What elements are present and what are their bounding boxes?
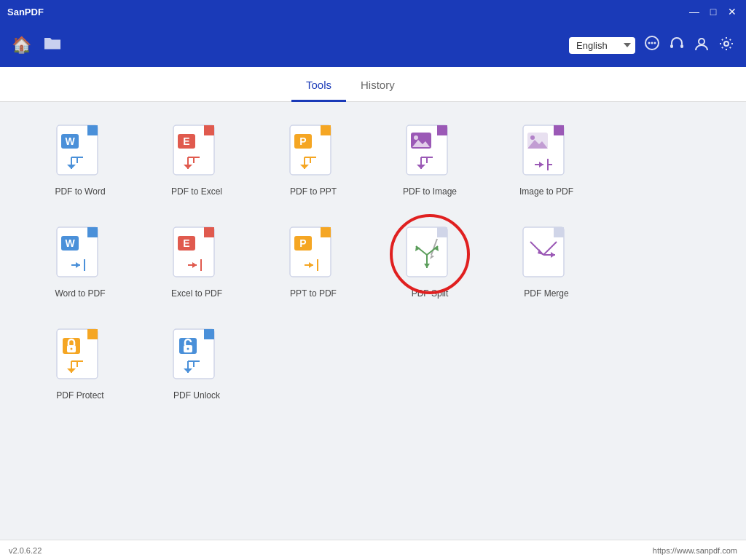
website-label: https://www.sanpdf.com — [653, 546, 737, 555]
svg-rect-93 — [554, 227, 564, 237]
tool-pdf-to-word[interactable]: W PDF to Word — [44, 124, 117, 197]
svg-rect-74 — [321, 227, 331, 237]
svg-point-114 — [187, 348, 189, 350]
svg-text:E: E — [183, 237, 189, 249]
svg-rect-48 — [554, 125, 564, 135]
tool-pdf-unlock[interactable]: PDF Unlock — [160, 328, 233, 401]
tool-pdf-to-ppt[interactable]: P PDF to PPT — [277, 124, 350, 197]
svg-point-1 — [648, 42, 651, 44]
titlebar-left: SanPDF — [7, 7, 44, 17]
svg-rect-111 — [204, 329, 214, 339]
svg-point-7 — [724, 42, 729, 46]
tab-history[interactable]: History — [346, 70, 409, 102]
svg-text:W: W — [65, 237, 75, 249]
svg-point-6 — [699, 39, 704, 44]
statusbar: v2.0.6.22 https://www.sanpdf.com — [0, 540, 746, 560]
headset-icon[interactable] — [669, 36, 685, 55]
tool-pdf-merge-label: PDF Merge — [524, 288, 568, 299]
svg-rect-101 — [87, 329, 98, 339]
tool-image-to-pdf[interactable]: Image to PDF — [510, 124, 583, 197]
tab-tools[interactable]: Tools — [291, 70, 346, 102]
svg-rect-5 — [680, 44, 683, 48]
tool-excel-to-pdf[interactable]: E Excel to PDF — [160, 226, 233, 299]
svg-text:W: W — [65, 135, 75, 147]
tool-excel-to-pdf-label: Excel to PDF — [171, 288, 222, 299]
svg-rect-58 — [87, 227, 98, 237]
tool-word-to-pdf-label: Word to PDF — [55, 288, 105, 299]
svg-point-40 — [414, 135, 418, 140]
tool-pdf-split[interactable]: PDF Split — [393, 226, 466, 299]
svg-text:P: P — [299, 135, 306, 147]
titlebar-controls: — □ ✕ — [688, 7, 739, 17]
tool-pdf-to-image-label: PDF to Image — [403, 186, 457, 197]
tool-pdf-to-excel[interactable]: E PDF to Excel — [160, 124, 233, 197]
tools-row-3: PDF Protect — [44, 328, 702, 401]
svg-rect-19 — [204, 125, 214, 135]
app-title: SanPDF — [7, 7, 44, 17]
titlebar: SanPDF — □ ✕ — [0, 0, 746, 23]
tool-pdf-split-label: PDF Split — [412, 288, 449, 299]
toolbar-right: English Chinese Japanese — [569, 36, 734, 55]
settings-icon[interactable] — [718, 36, 734, 55]
home-icon[interactable]: 🏠 — [12, 36, 31, 55]
tools-row-1: W PDF to Word — [44, 124, 702, 197]
toolbar-left: 🏠 — [12, 35, 62, 55]
main-content: W PDF to Word — [0, 102, 746, 540]
svg-text:P: P — [299, 237, 306, 249]
tool-ppt-to-pdf[interactable]: P PPT to PDF — [277, 226, 350, 299]
tool-pdf-to-image[interactable]: PDF to Image — [393, 124, 466, 197]
tool-pdf-to-ppt-label: PDF to PPT — [290, 186, 337, 197]
svg-point-3 — [654, 42, 656, 44]
svg-point-104 — [71, 348, 73, 350]
svg-rect-10 — [87, 125, 98, 135]
svg-point-50 — [530, 135, 535, 140]
toolbar: 🏠 English Chinese Japanese — [0, 23, 746, 67]
tools-row-2: W Word to PDF — [44, 226, 702, 299]
tools-grid: W PDF to Word — [44, 124, 702, 401]
close-button[interactable]: ✕ — [726, 7, 739, 17]
svg-point-2 — [651, 42, 653, 44]
svg-rect-28 — [321, 125, 331, 135]
svg-text:E: E — [183, 135, 189, 147]
folder-icon[interactable] — [43, 35, 62, 55]
svg-rect-4 — [670, 44, 673, 48]
maximize-button[interactable]: □ — [707, 7, 720, 17]
svg-rect-66 — [204, 227, 214, 237]
tool-pdf-merge[interactable]: PDF Merge — [510, 226, 583, 299]
svg-rect-37 — [437, 125, 447, 135]
tool-pdf-to-excel-label: PDF to Excel — [171, 186, 222, 197]
tabs-area: Tools History — [0, 67, 746, 102]
minimize-button[interactable]: — — [688, 7, 701, 17]
tool-pdf-protect[interactable]: PDF Protect — [44, 328, 117, 401]
tool-pdf-protect-label: PDF Protect — [56, 390, 103, 401]
tool-image-to-pdf-label: Image to PDF — [519, 186, 573, 197]
tool-pdf-unlock-label: PDF Unlock — [173, 390, 220, 401]
language-selector[interactable]: English Chinese Japanese — [569, 37, 635, 54]
tool-pdf-to-word-label: PDF to Word — [55, 186, 105, 197]
tool-ppt-to-pdf-label: PPT to PDF — [290, 288, 337, 299]
svg-rect-82 — [437, 227, 447, 237]
chat-icon[interactable] — [644, 36, 660, 55]
tool-word-to-pdf[interactable]: W Word to PDF — [44, 226, 117, 299]
version-label: v2.0.6.22 — [9, 546, 42, 555]
user-icon[interactable] — [694, 36, 710, 55]
